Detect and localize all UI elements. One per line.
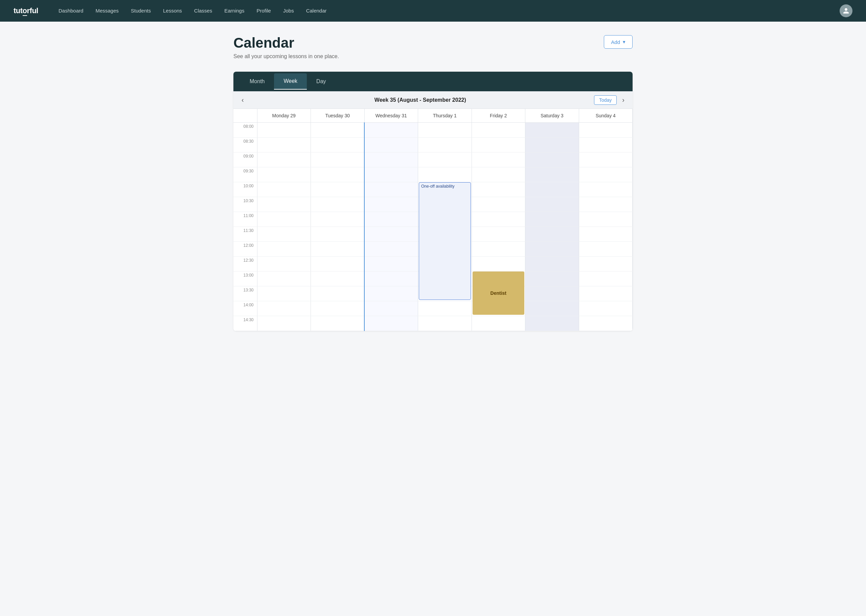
cell-day2-slot10[interactable]: [364, 272, 418, 286]
cell-day5-slot7[interactable]: [525, 227, 579, 242]
nav-messages[interactable]: Messages: [95, 8, 118, 14]
cell-day0-slot10[interactable]: [257, 272, 311, 286]
cell-day5-slot10[interactable]: [525, 272, 579, 286]
cell-day6-slot5[interactable]: [579, 197, 633, 212]
cell-day1-slot7[interactable]: [311, 227, 365, 242]
cell-day1-slot5[interactable]: [311, 197, 365, 212]
event-oneoff[interactable]: One-off availability: [419, 182, 471, 300]
cell-day2-slot12[interactable]: [364, 301, 418, 316]
cell-day5-slot8[interactable]: [525, 242, 579, 257]
cell-day6-slot12[interactable]: [579, 301, 633, 316]
tab-week[interactable]: Week: [274, 73, 307, 90]
cell-day0-slot4[interactable]: [257, 182, 311, 197]
cell-day5-slot6[interactable]: [525, 212, 579, 227]
cell-day5-slot2[interactable]: [525, 152, 579, 167]
cell-day0-slot8[interactable]: [257, 242, 311, 257]
cell-day1-slot10[interactable]: [311, 272, 365, 286]
cell-day6-slot1[interactable]: [579, 138, 633, 152]
nav-logo[interactable]: tutorful: [14, 6, 38, 15]
nav-profile[interactable]: Profile: [257, 8, 271, 14]
cell-day6-slot8[interactable]: [579, 242, 633, 257]
event-dentist[interactable]: Dentist: [472, 272, 525, 315]
nav-jobs[interactable]: Jobs: [283, 8, 294, 14]
cell-day4-slot7[interactable]: [472, 227, 525, 242]
cell-day3-slot3[interactable]: [418, 167, 472, 182]
cell-day4-slot1[interactable]: [472, 138, 525, 152]
cell-day2-slot13[interactable]: [364, 316, 418, 331]
cell-day2-slot5[interactable]: [364, 197, 418, 212]
cell-day1-slot2[interactable]: [311, 152, 365, 167]
cell-day1-slot11[interactable]: [311, 286, 365, 301]
cell-day1-slot4[interactable]: [311, 182, 365, 197]
cell-day2-slot7[interactable]: [364, 227, 418, 242]
nav-students[interactable]: Students: [131, 8, 151, 14]
cell-day4-slot6[interactable]: [472, 212, 525, 227]
cell-day0-slot11[interactable]: [257, 286, 311, 301]
cell-day1-slot1[interactable]: [311, 138, 365, 152]
cell-day2-slot9[interactable]: [364, 257, 418, 272]
cell-day2-slot1[interactable]: [364, 138, 418, 152]
cell-day1-slot8[interactable]: [311, 242, 365, 257]
cell-day2-slot3[interactable]: [364, 167, 418, 182]
cell-day4-slot10[interactable]: Dentist: [472, 272, 525, 286]
cell-day1-slot6[interactable]: [311, 212, 365, 227]
cell-day4-slot8[interactable]: [472, 242, 525, 257]
tab-day[interactable]: Day: [307, 74, 335, 89]
cell-day4-slot3[interactable]: [472, 167, 525, 182]
nav-earnings[interactable]: Earnings: [224, 8, 244, 14]
cell-day2-slot2[interactable]: [364, 152, 418, 167]
cell-day5-slot12[interactable]: [525, 301, 579, 316]
nav-lessons[interactable]: Lessons: [163, 8, 182, 14]
next-week-button[interactable]: ›: [619, 95, 627, 105]
cell-day0-slot7[interactable]: [257, 227, 311, 242]
cell-day5-slot13[interactable]: [525, 316, 579, 331]
cell-day6-slot6[interactable]: [579, 212, 633, 227]
cell-day1-slot9[interactable]: [311, 257, 365, 272]
cell-day4-slot4[interactable]: [472, 182, 525, 197]
add-button[interactable]: Add ▾: [604, 35, 633, 49]
tab-month[interactable]: Month: [240, 74, 274, 89]
cell-day1-slot12[interactable]: [311, 301, 365, 316]
cell-day6-slot0[interactable]: [579, 123, 633, 138]
cell-day2-slot4[interactable]: [364, 182, 418, 197]
cell-day6-slot7[interactable]: [579, 227, 633, 242]
cell-day0-slot12[interactable]: [257, 301, 311, 316]
cell-day6-slot13[interactable]: [579, 316, 633, 331]
cell-day5-slot3[interactable]: [525, 167, 579, 182]
user-avatar[interactable]: [839, 5, 852, 17]
cell-day6-slot2[interactable]: [579, 152, 633, 167]
cell-day6-slot10[interactable]: [579, 272, 633, 286]
cell-day5-slot1[interactable]: [525, 138, 579, 152]
cell-day3-slot13[interactable]: [418, 316, 472, 331]
cell-day2-slot11[interactable]: [364, 286, 418, 301]
cell-day5-slot0[interactable]: [525, 123, 579, 138]
cell-day2-slot0[interactable]: [364, 123, 418, 138]
cell-day0-slot0[interactable]: [257, 123, 311, 138]
cell-day3-slot12[interactable]: [418, 301, 472, 316]
cell-day5-slot5[interactable]: [525, 197, 579, 212]
cell-day4-slot13[interactable]: [472, 316, 525, 331]
today-button[interactable]: Today: [594, 95, 617, 105]
cell-day5-slot11[interactable]: [525, 286, 579, 301]
nav-classes[interactable]: Classes: [194, 8, 212, 14]
cell-day1-slot0[interactable]: [311, 123, 365, 138]
cell-day4-slot2[interactable]: [472, 152, 525, 167]
cell-day0-slot13[interactable]: [257, 316, 311, 331]
cell-day0-slot1[interactable]: [257, 138, 311, 152]
cell-day4-slot0[interactable]: [472, 123, 525, 138]
cell-day5-slot9[interactable]: [525, 257, 579, 272]
cell-day3-slot1[interactable]: [418, 138, 472, 152]
cell-day6-slot4[interactable]: [579, 182, 633, 197]
cell-day2-slot6[interactable]: [364, 212, 418, 227]
cell-day3-slot2[interactable]: [418, 152, 472, 167]
cell-day1-slot13[interactable]: [311, 316, 365, 331]
cell-day6-slot11[interactable]: [579, 286, 633, 301]
cell-day4-slot9[interactable]: [472, 257, 525, 272]
cell-day4-slot5[interactable]: [472, 197, 525, 212]
cell-day6-slot9[interactable]: [579, 257, 633, 272]
cell-day0-slot3[interactable]: [257, 167, 311, 182]
cell-day0-slot9[interactable]: [257, 257, 311, 272]
nav-calendar[interactable]: Calendar: [306, 8, 327, 14]
nav-dashboard[interactable]: Dashboard: [58, 8, 83, 14]
cell-day1-slot3[interactable]: [311, 167, 365, 182]
